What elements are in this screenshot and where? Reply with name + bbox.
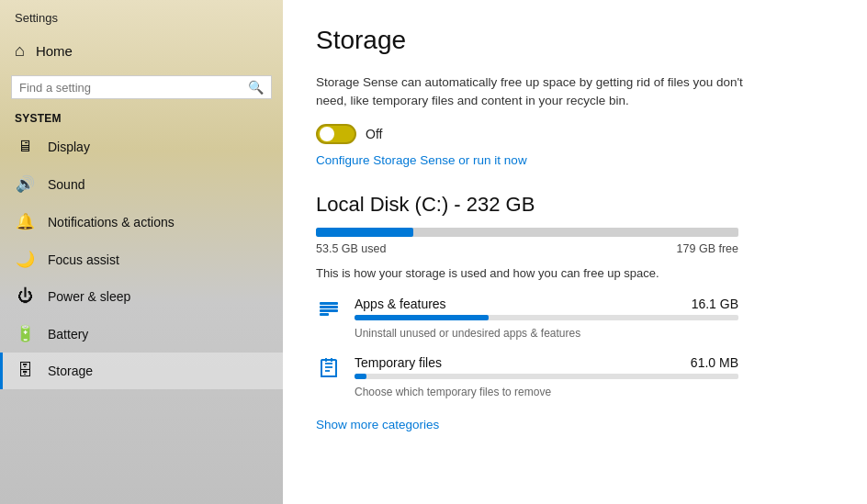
apps-header: Apps & features 16.1 GB bbox=[355, 297, 738, 311]
temp-bar bbox=[355, 374, 738, 379]
disk-used-label: 53.5 GB used bbox=[316, 242, 386, 255]
disk-usage-bar bbox=[316, 228, 738, 237]
storage-sense-description: Storage Sense can automatically free up … bbox=[316, 73, 775, 111]
sidebar-item-label-focus: Focus assist bbox=[48, 252, 119, 267]
apps-bar bbox=[355, 315, 738, 320]
storage-item-temp[interactable]: Temporary files 61.0 MB Choose which tem… bbox=[316, 355, 738, 399]
temp-header: Temporary files 61.0 MB bbox=[355, 355, 738, 370]
temp-bar-fill bbox=[355, 374, 366, 379]
sidebar: Settings ⌂ Home 🔍 System 🖥 Display 🔊 Sou… bbox=[0, 0, 283, 504]
apps-details: Apps & features 16.1 GB Uninstall unused… bbox=[355, 297, 738, 341]
app-title: Settings bbox=[0, 0, 283, 32]
storage-sense-toggle-row: Off bbox=[316, 124, 834, 144]
toggle-knob bbox=[320, 127, 334, 141]
search-box: 🔍 bbox=[11, 75, 272, 99]
display-icon: 🖥 bbox=[15, 138, 35, 156]
sidebar-item-focus[interactable]: 🌙 Focus assist bbox=[0, 241, 283, 278]
temp-details: Temporary files 61.0 MB Choose which tem… bbox=[355, 355, 738, 399]
apps-icon bbox=[316, 298, 342, 326]
disk-title: Local Disk (C:) - 232 GB bbox=[316, 193, 834, 217]
disk-stats: 53.5 GB used 179 GB free bbox=[316, 242, 738, 255]
apps-size: 16.1 GB bbox=[692, 297, 738, 311]
sidebar-item-label-power: Power & sleep bbox=[48, 289, 130, 304]
battery-icon: 🔋 bbox=[15, 324, 35, 343]
sidebar-item-power[interactable]: ⏻ Power & sleep bbox=[0, 278, 283, 315]
temp-sub: Choose which temporary files to remove bbox=[355, 386, 551, 398]
sidebar-item-storage[interactable]: 🗄 Storage bbox=[0, 353, 283, 389]
sidebar-item-display[interactable]: 🖥 Display bbox=[0, 129, 283, 165]
sidebar-item-label-display: Display bbox=[48, 140, 90, 154]
sidebar-item-battery[interactable]: 🔋 Battery bbox=[0, 315, 283, 353]
temp-icon bbox=[316, 357, 342, 385]
home-nav-item[interactable]: ⌂ Home bbox=[0, 32, 283, 70]
temp-size: 61.0 MB bbox=[691, 355, 738, 370]
sidebar-item-sound[interactable]: 🔊 Sound bbox=[0, 165, 283, 203]
apps-sub: Uninstall unused or undesired apps & fea… bbox=[355, 327, 580, 340]
notifications-icon: 🔔 bbox=[15, 212, 35, 231]
sidebar-item-label-notifications: Notifications & actions bbox=[48, 215, 175, 230]
svg-rect-0 bbox=[320, 302, 338, 305]
home-label: Home bbox=[36, 43, 73, 59]
disk-used-fill bbox=[316, 228, 413, 237]
disk-description: This is how your storage is used and how… bbox=[316, 266, 834, 280]
home-icon: ⌂ bbox=[15, 41, 25, 61]
configure-storage-link[interactable]: Configure Storage Sense or run it now bbox=[316, 153, 834, 167]
power-icon: ⏻ bbox=[15, 287, 35, 306]
svg-rect-3 bbox=[320, 313, 329, 316]
page-title: Storage bbox=[316, 26, 834, 55]
apps-name: Apps & features bbox=[355, 297, 446, 311]
toggle-state-label: Off bbox=[366, 127, 382, 141]
sidebar-item-label-storage: Storage bbox=[48, 364, 93, 378]
svg-rect-2 bbox=[320, 309, 338, 312]
svg-rect-1 bbox=[320, 306, 338, 308]
search-input[interactable] bbox=[19, 81, 242, 95]
temp-name: Temporary files bbox=[355, 355, 442, 370]
disk-free-label: 179 GB free bbox=[677, 242, 738, 255]
storage-sense-toggle[interactable] bbox=[316, 124, 356, 144]
storage-icon: 🗄 bbox=[15, 362, 35, 380]
svg-rect-4 bbox=[321, 360, 336, 376]
main-content: Storage Storage Sense can automatically … bbox=[283, 0, 867, 504]
sidebar-item-label-battery: Battery bbox=[48, 327, 88, 342]
show-more-link[interactable]: Show more categories bbox=[316, 418, 439, 431]
focus-icon: 🌙 bbox=[15, 250, 35, 269]
storage-item-apps[interactable]: Apps & features 16.1 GB Uninstall unused… bbox=[316, 297, 738, 341]
sound-icon: 🔊 bbox=[15, 174, 35, 194]
system-section-label: System bbox=[0, 108, 283, 129]
search-icon: 🔍 bbox=[248, 80, 264, 95]
apps-bar-fill bbox=[355, 315, 489, 320]
sidebar-item-label-sound: Sound bbox=[48, 177, 84, 192]
sidebar-item-notifications[interactable]: 🔔 Notifications & actions bbox=[0, 203, 283, 241]
